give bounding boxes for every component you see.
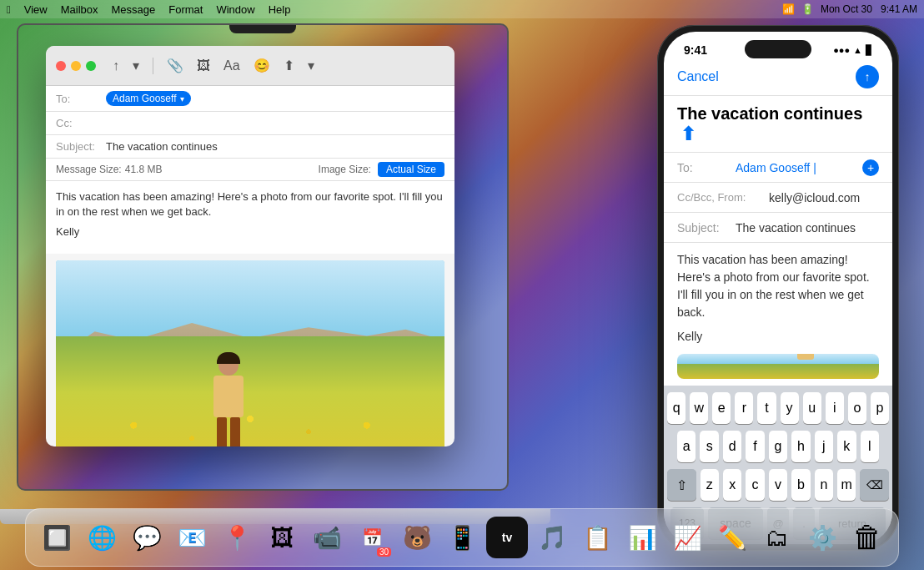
photo-insert-icon[interactable]: ⬆: [280, 54, 298, 77]
key-g[interactable]: g: [769, 431, 787, 462]
cc-field[interactable]: Cc:: [46, 112, 454, 135]
emoji-icon[interactable]: 😊: [250, 54, 274, 77]
traffic-lights: [56, 61, 96, 71]
iphone-body[interactable]: This vacation has been amazing! Here's a…: [664, 243, 892, 354]
iphone-subject-value: The vacation continues: [736, 221, 879, 235]
key-s[interactable]: s: [700, 431, 718, 462]
key-q[interactable]: q: [667, 392, 685, 424]
datetime: Mon Oct 30 9:41 AM: [821, 3, 917, 15]
key-p[interactable]: p: [871, 392, 889, 424]
key-y[interactable]: y: [781, 392, 799, 424]
key-x[interactable]: x: [723, 469, 741, 501]
actual-size-button[interactable]: Actual Size: [378, 162, 444, 177]
key-l[interactable]: l: [861, 431, 879, 462]
key-k[interactable]: k: [837, 431, 856, 462]
key-i[interactable]: i: [826, 392, 844, 424]
backspace-key[interactable]: ⌫: [860, 469, 889, 501]
to-label: To:: [56, 93, 106, 105]
key-u[interactable]: u: [803, 392, 821, 424]
menu-help[interactable]: Help: [269, 3, 291, 16]
key-o[interactable]: o: [848, 392, 866, 424]
add-contact-button[interactable]: +: [862, 159, 879, 176]
shift-key[interactable]: ⇧: [667, 469, 696, 501]
format-text-icon[interactable]: Aa: [220, 55, 244, 77]
dock-launchpad[interactable]: 🔲: [36, 517, 78, 558]
key-v[interactable]: v: [769, 469, 787, 501]
dock-pages[interactable]: ✏️: [711, 517, 753, 558]
chevron-down-icon[interactable]: ▾: [129, 54, 143, 77]
status-icons: ●●● ▲ ▊: [833, 45, 872, 56]
iphone-subject-field[interactable]: Subject: The vacation continues: [664, 213, 892, 243]
photo-attach-icon[interactable]: 🖼: [193, 55, 213, 77]
separator: [153, 58, 153, 74]
chevron-icon[interactable]: ▾: [304, 54, 318, 77]
key-h[interactable]: h: [791, 431, 810, 462]
dock-notes[interactable]: 📋: [576, 517, 618, 558]
dock-keynote[interactable]: 📈: [666, 517, 708, 558]
mail-signature: Kelly: [56, 224, 444, 240]
to-field[interactable]: To: Adam Gooseff ▾: [46, 86, 454, 112]
attachment-icon[interactable]: 📎: [163, 54, 187, 77]
dock-iphone-mirroring[interactable]: 📱: [441, 517, 483, 558]
menu-window[interactable]: Window: [216, 3, 254, 16]
dock-settings[interactable]: ⚙️: [801, 517, 843, 558]
dock-calendar[interactable]: 📅30: [351, 517, 393, 558]
key-d[interactable]: d: [723, 431, 741, 462]
keyboard-row-2: a s d f g h j k l: [667, 431, 889, 462]
subject-field[interactable]: Subject: The vacation continues: [46, 135, 454, 159]
menu-format[interactable]: Format: [168, 3, 203, 16]
iphone-to-field[interactable]: To: Adam Gooseff | +: [664, 153, 892, 183]
iphone-to-value: Adam Gooseff |: [736, 161, 816, 174]
key-j[interactable]: j: [815, 431, 833, 462]
dock-safari[interactable]: 🌐: [81, 517, 123, 558]
laptop-notch: [229, 25, 296, 33]
recipient-dropdown-icon[interactable]: ▾: [180, 94, 184, 103]
send-button[interactable]: ↑: [856, 65, 879, 88]
dock-facetime[interactable]: 📹: [306, 517, 348, 558]
key-a[interactable]: a: [677, 431, 696, 462]
menu-mailbox[interactable]: Mailbox: [61, 3, 98, 16]
mail-toolbar: ↑ ▾ 📎 🖼 Aa 😊 ⬆ ▾: [46, 46, 454, 86]
dock-mail[interactable]: 📧: [171, 517, 213, 558]
subject-label: Subject:: [56, 140, 106, 153]
cancel-button[interactable]: Cancel: [677, 69, 719, 84]
mail-body[interactable]: This vacation has been amazing! Here's a…: [46, 181, 454, 254]
dock-music[interactable]: 🎵: [531, 517, 573, 558]
dock-photos[interactable]: 🖼: [261, 517, 303, 558]
key-w[interactable]: w: [690, 392, 708, 424]
dock-maps[interactable]: 📍: [216, 517, 258, 558]
menu-message[interactable]: Message: [112, 3, 156, 16]
iphone-time: 9:41: [684, 43, 707, 57]
dock-finder[interactable]: 🗑: [846, 517, 888, 558]
key-z[interactable]: z: [701, 469, 719, 501]
image-size-label: Image Size:: [319, 164, 371, 175]
send-icon[interactable]: ↑: [109, 55, 123, 77]
iphone-ccbcc-field[interactable]: Cc/Bcc, From: kelly@icloud.com: [664, 183, 892, 213]
key-e[interactable]: e: [712, 392, 731, 424]
recipient-chip[interactable]: Adam Gooseff ▾: [106, 91, 191, 106]
close-button[interactable]: [56, 61, 66, 71]
key-r[interactable]: r: [735, 392, 753, 424]
menu-view[interactable]: View: [24, 3, 48, 16]
dock-numbers[interactable]: 📊: [621, 517, 663, 558]
key-n[interactable]: n: [815, 469, 833, 501]
person-left-leg: [217, 417, 227, 446]
menu-bar-right: 📶 🔋 Mon Oct 30 9:41 AM: [782, 3, 917, 15]
key-f[interactable]: f: [746, 431, 764, 462]
dock-app-store[interactable]: 🗂: [756, 517, 798, 558]
message-size-label: Message Size:: [56, 164, 122, 175]
dock-bear[interactable]: 🐻: [396, 517, 438, 558]
maximize-button[interactable]: [86, 61, 96, 71]
send-icon: ↑: [865, 70, 871, 83]
key-t[interactable]: t: [757, 392, 776, 424]
dock-apple-tv[interactable]: tv: [486, 517, 528, 558]
message-size-value: 41.8 MB: [125, 164, 163, 175]
key-m[interactable]: m: [837, 469, 856, 501]
send-circle-icon[interactable]: ⬆: [680, 124, 696, 144]
wifi-icon: 📶: [782, 3, 795, 15]
apple-menu[interactable]: : [7, 3, 11, 16]
key-b[interactable]: b: [791, 469, 810, 501]
key-c[interactable]: c: [746, 469, 764, 501]
minimize-button[interactable]: [71, 61, 81, 71]
dock-messages[interactable]: 💬: [126, 517, 168, 558]
